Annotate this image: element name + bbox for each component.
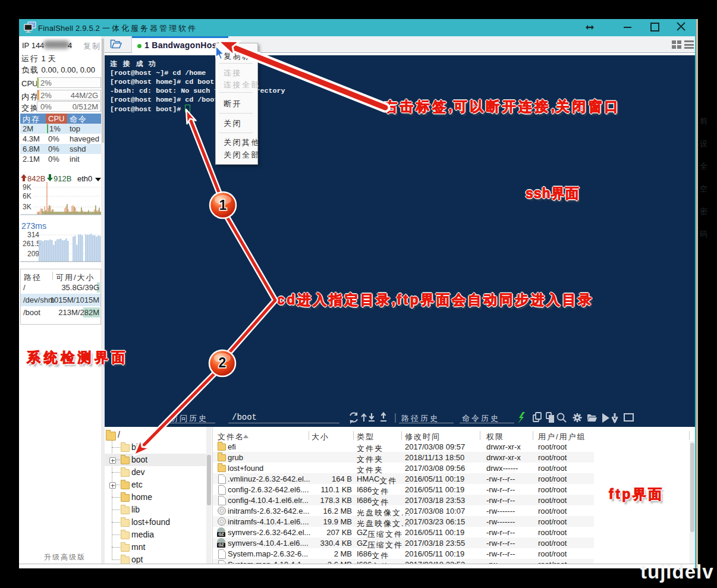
svg-text:1: 1 [219, 197, 227, 213]
svg-text:2: 2 [219, 355, 227, 370]
